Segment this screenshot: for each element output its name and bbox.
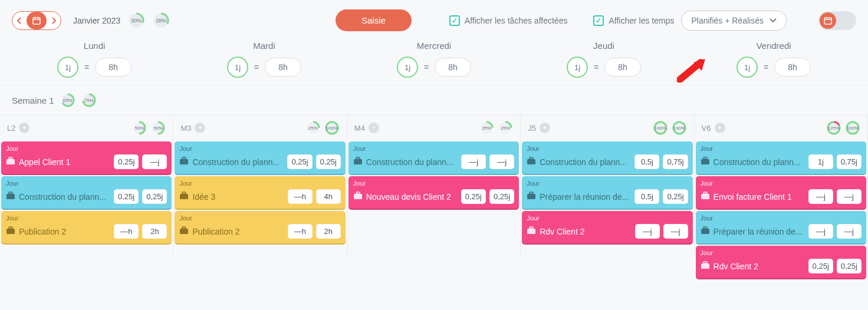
actual-value[interactable]: 2h (316, 224, 341, 239)
add-task-button[interactable]: + (540, 123, 550, 133)
actual-value[interactable]: 2h (142, 224, 167, 239)
task-card[interactable]: JourConstruction du plann...—j—j (348, 141, 519, 175)
svg-rect-43 (527, 194, 535, 199)
calendar-icon[interactable] (27, 12, 47, 29)
actual-value[interactable]: 0,75j (663, 154, 688, 169)
actual-value[interactable]: 4h (316, 189, 341, 204)
task-card[interactable]: JourRdv Client 2—j—j (522, 211, 692, 245)
task-tag: Jour (6, 145, 167, 152)
times-filter-dropdown[interactable]: Planifiés + Réalisés (681, 11, 787, 31)
planned-value[interactable]: —h (288, 224, 313, 239)
task-card[interactable]: JourPréparer la réunion de...0,5j0,25j (522, 176, 692, 210)
tasks-grid: JourAppel Client 10,25j—jJourConstructio… (0, 140, 868, 281)
actual-value[interactable]: —j (663, 224, 688, 239)
task-card[interactable]: JourConstruction du plann...0,25j0,25j (1, 176, 172, 210)
actual-value[interactable]: —j (142, 154, 167, 169)
briefcase-icon (527, 192, 536, 202)
actual-value[interactable]: 0,25j (316, 154, 341, 169)
saisie-button[interactable]: Saisie (336, 9, 412, 31)
day-hours-input[interactable]: 8h (265, 58, 301, 77)
day-column: Mercredi1j=8h (349, 41, 519, 78)
day-hours-input[interactable]: 8h (604, 58, 641, 77)
briefcase-icon (527, 226, 536, 236)
task-card[interactable]: JourRdv Client 20,25j0,25j (696, 246, 866, 279)
svg-rect-54 (703, 262, 707, 263)
day-name: Vendredi (689, 41, 859, 51)
planned-value[interactable]: 0,25j (461, 189, 486, 204)
planned-value[interactable]: —h (288, 189, 313, 204)
actual-value[interactable]: 0,25j (489, 189, 514, 204)
task-card[interactable]: JourPublication 2—h2h (175, 211, 345, 245)
prev-month-button[interactable] (12, 12, 27, 29)
planned-value[interactable]: —j (808, 189, 833, 204)
next-month-button[interactable] (47, 12, 61, 29)
task-tag: Jour (6, 215, 167, 222)
planned-value[interactable]: —j (461, 154, 486, 169)
task-card[interactable]: JourIdée 3—h4h (175, 176, 345, 210)
actual-value[interactable]: 0,25j (663, 189, 688, 204)
svg-rect-34 (182, 192, 186, 194)
planned-value[interactable]: 1j (808, 154, 833, 169)
equals-sign: = (254, 62, 259, 72)
svg-rect-33 (180, 194, 188, 199)
add-task-button[interactable]: + (715, 123, 725, 133)
planned-value[interactable]: —j (808, 224, 833, 239)
svg-rect-26 (9, 157, 12, 159)
day-hours-input[interactable]: 8h (435, 58, 471, 77)
task-card[interactable]: JourAppel Client 10,25j—j (1, 141, 172, 175)
actual-value[interactable]: —j (837, 189, 862, 204)
day-name: Mardi (179, 41, 349, 51)
task-title: Construction du plann... (540, 157, 631, 167)
task-title: Nouveau devis Client 2 (366, 192, 458, 202)
month-label: Janvier 2023 (73, 16, 120, 25)
svg-rect-40 (356, 192, 360, 194)
dropdown-value: Planifiés + Réalisés (691, 16, 764, 25)
equals-sign: = (594, 62, 599, 72)
task-card[interactable]: JourEnvoi facture Client 1—j—j (696, 176, 866, 210)
planned-value[interactable]: 0,5j (634, 154, 659, 169)
show-times-checkbox[interactable]: ✓ Afficher les temps (593, 15, 674, 26)
day-unit-input[interactable]: 1j (737, 57, 758, 78)
planned-value[interactable]: 0,25j (287, 154, 312, 169)
add-task-button[interactable]: + (19, 123, 29, 133)
actual-value[interactable]: 0,75j (837, 154, 862, 169)
day-unit-input[interactable]: 1j (57, 57, 78, 78)
show-tasks-checkbox[interactable]: ✓ Afficher les tâches affectées (449, 15, 568, 26)
month-nav (12, 11, 61, 30)
day-unit-input[interactable]: 1j (227, 57, 248, 78)
svg-rect-49 (701, 194, 709, 199)
actual-value[interactable]: —j (837, 224, 862, 239)
svg-rect-25 (6, 159, 15, 164)
planned-value[interactable]: 0,25j (114, 154, 139, 169)
actual-value[interactable]: 0,25j (837, 259, 862, 273)
add-task-button[interactable]: + (369, 123, 379, 133)
task-card[interactable]: JourConstruction du plann...1j0,75j (696, 141, 866, 175)
task-card[interactable]: JourPublication 2—h2h (1, 211, 172, 245)
task-card[interactable]: JourNouveau devis Client 20,25j0,25j (348, 176, 519, 210)
planned-value[interactable]: —h (114, 224, 139, 239)
day-hours-input[interactable]: 8h (774, 58, 811, 77)
show-times-label: Afficher les temps (609, 16, 674, 25)
task-card[interactable]: JourPréparer la réunion de...—j—j (696, 211, 866, 245)
progress-badge: 100% (845, 120, 860, 136)
svg-rect-45 (527, 229, 535, 234)
planned-value[interactable]: —j (635, 224, 660, 239)
planned-value[interactable]: 0,25j (114, 189, 139, 204)
actual-value[interactable]: 0,25j (142, 189, 167, 204)
planned-value[interactable]: 0,5j (634, 189, 659, 204)
actual-value[interactable]: —j (489, 154, 514, 169)
svg-rect-48 (703, 157, 707, 159)
day-equation: 1j=8h (689, 57, 859, 78)
task-card[interactable]: JourConstruction du plann...0,5j0,75j (522, 141, 692, 175)
progress-badge: 100% (672, 120, 687, 136)
day-hours-input[interactable]: 8h (95, 58, 131, 77)
task-card[interactable]: JourConstruction du plann...0,25j0,25j (175, 141, 345, 175)
progress-badge: 25% (479, 120, 494, 136)
view-toggle[interactable] (818, 11, 856, 30)
day-unit-input[interactable]: 1j (397, 57, 418, 78)
planned-value[interactable]: 0,25j (808, 259, 833, 273)
day-equation: 1j=8h (9, 57, 179, 78)
day-unit-input[interactable]: 1j (567, 57, 588, 78)
svg-rect-35 (180, 229, 188, 234)
add-task-button[interactable]: + (195, 123, 205, 133)
